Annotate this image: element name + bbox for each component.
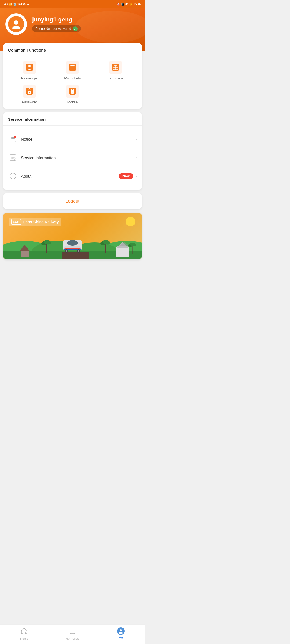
svg-rect-5 (28, 69, 31, 69)
passenger-label: Passenger (21, 76, 38, 80)
service-info-card: Service Information ! Notice › (3, 112, 142, 190)
profile-info: junying1 geng Phone Number Activated ✓ (32, 16, 81, 32)
svg-text:!: ! (15, 136, 15, 138)
svg-rect-32 (11, 158, 13, 159)
svg-point-63 (66, 250, 67, 252)
notice-label: Notice (21, 137, 136, 141)
svg-rect-6 (28, 69, 31, 70)
signal-icon: 📶 (9, 3, 12, 6)
svg-rect-30 (11, 156, 15, 156)
language-label: Language (108, 76, 123, 80)
my-tickets-icon (66, 61, 79, 74)
functions-grid: Passenger My Tickets (8, 61, 137, 104)
data-speed: 24 B/s (17, 3, 25, 6)
wifi-icon: 📡 (13, 3, 16, 6)
charging-icon: ⚡ (129, 3, 133, 6)
avatar (5, 13, 27, 35)
mobile-label: Mobile (67, 100, 78, 104)
notice-chevron: › (136, 137, 137, 141)
passenger-icon (23, 61, 36, 74)
svg-point-3 (28, 65, 31, 67)
svg-text:i: i (12, 174, 13, 178)
banner-content: LCR Laos-China Railway (3, 213, 142, 232)
status-right: ⏰ 📳 85 ⚡ 15:46 (117, 3, 141, 6)
my-tickets-label: My Tickets (64, 76, 81, 80)
logout-card[interactable]: Logout (3, 193, 142, 209)
passenger-function[interactable]: Passenger (8, 61, 51, 80)
svg-text:✓: ✓ (14, 158, 15, 160)
network-icon: 4G (4, 3, 8, 6)
svg-rect-8 (70, 65, 75, 66)
svg-rect-31 (11, 157, 15, 158)
status-bar: 4G 📶 📡 24 B/s ☁ ⏰ 📳 85 ⚡ 15:46 (0, 0, 145, 8)
alarm-icon: ⏰ (117, 3, 120, 6)
about-right: New › (119, 173, 137, 179)
password-icon (23, 85, 36, 98)
banner-logo: LCR Laos-China Railway (9, 218, 61, 226)
svg-point-1 (12, 26, 20, 29)
mobile-function[interactable]: Mobile (51, 85, 94, 104)
svg-point-21 (72, 93, 73, 93)
divider-1 (3, 56, 142, 56)
language-function[interactable]: Language (94, 61, 137, 80)
service-info-chevron: › (136, 155, 137, 160)
svg-point-65 (78, 250, 79, 252)
about-icon: i (8, 171, 18, 181)
svg-point-18 (29, 92, 30, 93)
new-badge: New (119, 173, 133, 179)
svg-point-0 (14, 20, 18, 25)
svg-rect-10 (70, 68, 75, 68)
service-info-title: Service Information (8, 117, 137, 122)
battery-level: 85 (125, 3, 128, 6)
svg-point-59 (67, 240, 78, 246)
service-info-label: Service Information (21, 155, 136, 160)
svg-rect-7 (69, 64, 76, 71)
my-tickets-function[interactable]: My Tickets (51, 61, 94, 80)
train-icon (62, 237, 83, 255)
sun-icon (126, 217, 135, 226)
profile-name: junying1 geng (32, 16, 81, 23)
logout-button[interactable]: Logout (66, 199, 79, 204)
svg-rect-9 (70, 67, 75, 67)
common-functions-title: Common Functions (8, 48, 137, 52)
notice-row[interactable]: ! Notice › (8, 130, 137, 148)
cloud-icon: ☁ (27, 3, 29, 6)
lcr-banner: LCR Laos-China Railway (3, 213, 142, 259)
service-info-right: › (136, 155, 137, 160)
svg-rect-60 (64, 248, 81, 249)
svg-rect-46 (117, 246, 128, 248)
service-information-row[interactable]: ✓ Service Information › (8, 148, 137, 167)
language-icon (109, 61, 122, 74)
service-info-icon: ✓ (8, 153, 18, 162)
mobile-icon (66, 85, 79, 98)
divider-2 (3, 125, 142, 126)
common-functions-card: Common Functions Passenger (3, 43, 142, 109)
svg-rect-26 (11, 140, 13, 140)
about-chevron: › (136, 174, 137, 178)
svg-rect-25 (11, 138, 15, 139)
phone-status-badge: Phone Number Activated ✓ (32, 25, 81, 32)
notice-icon: ! (8, 134, 18, 144)
notice-right: › (136, 137, 137, 141)
svg-rect-22 (72, 89, 73, 90)
svg-rect-44 (21, 251, 29, 257)
password-function[interactable]: Password (8, 85, 51, 104)
status-left: 4G 📶 📡 24 B/s ☁ (4, 3, 29, 6)
svg-rect-4 (27, 68, 32, 68)
about-row[interactable]: i About New › (8, 167, 137, 185)
phone-status-text: Phone Number Activated (35, 27, 71, 31)
svg-rect-45 (116, 247, 129, 257)
svg-rect-11 (70, 69, 73, 69)
about-label: About (21, 174, 119, 178)
verified-icon: ✓ (73, 26, 78, 31)
vibrate-icon: 📳 (121, 3, 124, 6)
logo-box: LCR (11, 219, 21, 225)
clock: 15:46 (134, 3, 141, 6)
banner-title: Laos-China Railway (23, 220, 59, 224)
password-label: Password (22, 100, 37, 104)
avatar-icon (8, 16, 24, 32)
